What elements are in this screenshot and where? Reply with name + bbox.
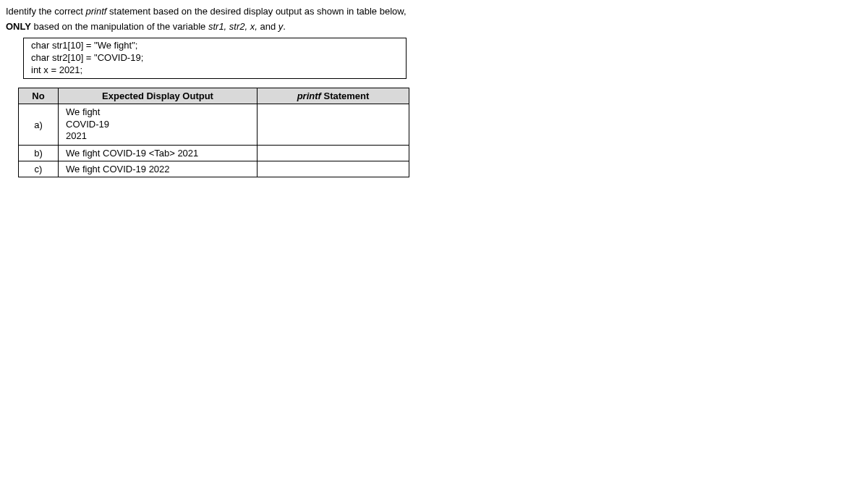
code-line: char str2[10] = "COVID-19;: [31, 52, 399, 64]
cell-expected: We fight COVID-19 <Tab> 2021: [59, 146, 258, 161]
cell-no: b): [19, 146, 59, 161]
table-row: b) We fight COVID-19 <Tab> 2021: [19, 146, 409, 161]
table-row: c) We fight COVID-19 2022: [19, 161, 409, 177]
text: and: [258, 21, 278, 32]
only-word: ONLY: [6, 21, 31, 32]
cell-no: c): [19, 161, 59, 177]
question-table: No Expected Display Output printf Statem…: [18, 88, 409, 178]
header-printf: printf Statement: [258, 88, 409, 104]
cell-printf: [258, 161, 409, 177]
text: based on the manipulation of the variabl…: [31, 21, 208, 32]
code-line: int x = 2021;: [31, 64, 399, 77]
code-declaration-box: char str1[10] = "We fight"; char str2[10…: [23, 38, 407, 79]
cell-printf: [258, 104, 409, 146]
cell-no: a): [19, 104, 59, 146]
code-line: char str1[10] = "We fight";: [31, 40, 399, 52]
printf-italic: printf: [297, 91, 321, 101]
text: .: [283, 21, 286, 32]
text: statement based on the desired display o…: [106, 6, 406, 17]
header-expected: Expected Display Output: [59, 88, 258, 104]
text: Identify the correct: [6, 6, 86, 17]
cell-printf: [258, 146, 409, 161]
table-header-row: No Expected Display Output printf Statem…: [19, 88, 409, 104]
table-row: a) We fight COVID-19 2021: [19, 104, 409, 146]
cell-expected: We fight COVID-19 2022: [59, 161, 258, 177]
printf-word: printf: [86, 6, 107, 17]
text: Statement: [321, 91, 369, 101]
cell-expected: We fight COVID-19 2021: [59, 104, 258, 146]
header-no: No: [19, 88, 59, 104]
vars: str1, str2, x,: [208, 21, 258, 32]
instruction-line-2: ONLY based on the manipulation of the va…: [6, 21, 862, 32]
instruction-line-1: Identify the correct printf statement ba…: [6, 6, 862, 17]
